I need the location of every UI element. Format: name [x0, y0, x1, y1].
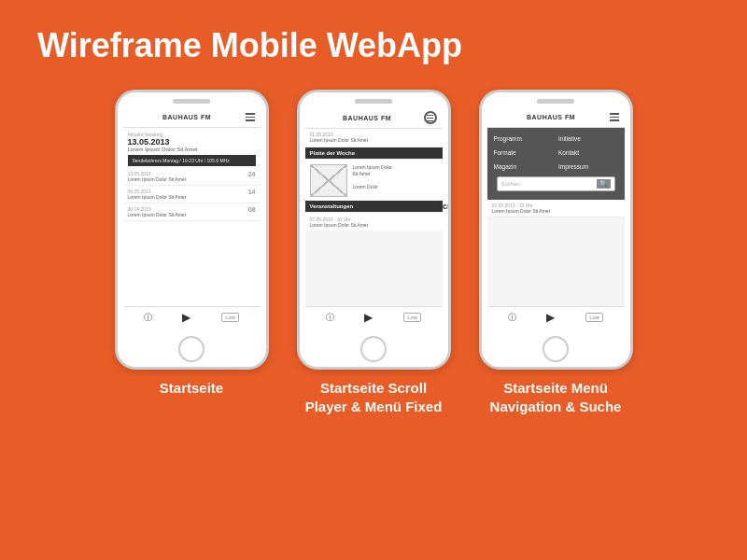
phone1-current-date: 13.05.2013: [128, 137, 256, 147]
phone2-event-item: 07.05.2013 · 10 Uhr Lorem Ipsum Dolor Si…: [305, 214, 443, 231]
phone2-label: Startseite Scroll Player & Menü Fixed: [305, 379, 443, 415]
menu-item-formate[interactable]: Formate: [492, 147, 556, 159]
phone3-menu: Programm Initiative Formate Kontakt Maga…: [487, 128, 625, 200]
scrolldown-label: ScrollDown: [437, 202, 451, 211]
phone2-section-platte: Platte der Woche: [305, 147, 443, 159]
phone2-hamburger-circle[interactable]: [424, 111, 437, 124]
phone2-speaker: [355, 99, 392, 104]
phone1-speaker: [173, 99, 210, 104]
page-title: Wireframe Mobile WebApp: [0, 0, 747, 80]
phone3-screen: BAUHAUS FM Programm Initiative Formate K…: [487, 107, 625, 328]
phone2-screen: BAUHAUS FM 01.05.2013 Lorem Ipsum Dolor …: [305, 107, 443, 328]
phone2-news-item: 01.05.2013 Lorem Ipsum Dolor Sit Amet: [305, 129, 443, 146]
phone3-home-button[interactable]: [543, 336, 569, 362]
phone2-image-block: Lorem Ipsum DolorSit AmetLorem Dolor: [305, 161, 443, 201]
phone3-spacer: [487, 217, 625, 306]
phone2-placeholder-image: [310, 164, 347, 197]
list-item: 30.04.2013Lorem Ipsum Dolor Sit Amet 08: [123, 203, 261, 221]
phone1-low-button[interactable]: Low: [221, 313, 239, 322]
phone2-home-button[interactable]: [360, 336, 387, 362]
phone1-label: Startseite: [160, 379, 223, 398]
phone3-low-button[interactable]: Low: [585, 313, 603, 322]
phone1: BAUHAUS FM Aktuele Sendung 13.05.2013 Lo…: [115, 90, 269, 370]
phone3-header: BAUHAUS FM: [487, 107, 625, 128]
phone1-screen: BAUHAUS FM Aktuele Sendung 13.05.2013 Lo…: [123, 107, 261, 328]
phone3-play-button[interactable]: ▶: [546, 311, 555, 324]
phone1-header-title: BAUHAUS FM: [162, 114, 211, 120]
menu-item-programm[interactable]: Programm: [492, 133, 556, 145]
phone1-sendung-bar: Sendebohrers Montag / 19-23 Uhr / 105.6 …: [128, 155, 256, 166]
phone3-info-icon[interactable]: ⓘ: [508, 312, 516, 324]
menu-item-impressum[interactable]: Impressum: [557, 161, 620, 173]
phone2: BAUHAUS FM 01.05.2013 Lorem Ipsum Dolor …: [297, 90, 451, 370]
scrolldown-arrow: ScrollDown: [437, 202, 451, 258]
phone1-play-button[interactable]: ▶: [182, 311, 190, 324]
phone2-header-title: BAUHAUS FM: [343, 115, 391, 121]
phone2-wrapper: BAUHAUS FM 01.05.2013 Lorem Ipsum Dolor …: [297, 90, 451, 415]
menu-item-magazin[interactable]: Magazin: [492, 161, 556, 173]
phone3-menu-grid: Programm Initiative Formate Kontakt Maga…: [492, 133, 620, 173]
list-item: 13.05.2013Lorem Ipsum Dolor Sit Amet 24: [123, 168, 261, 186]
phone2-player-bar: ⓘ ▶ Low: [305, 306, 443, 328]
menu-item-kontakt[interactable]: Kontakt: [557, 147, 620, 159]
phone3-wrapper: BAUHAUS FM Programm Initiative Formate K…: [479, 90, 633, 415]
menu-item-initiative[interactable]: Initiative: [557, 133, 620, 145]
phone3-search-button[interactable]: 🔍: [597, 179, 611, 189]
phone3-news-item: 07.05.2013 · 10 Uhr Lorem Ipsum Dolor Si…: [487, 200, 625, 217]
phones-container: BAUHAUS FM Aktuele Sendung 13.05.2013 Lo…: [0, 90, 747, 415]
phone3-label: Startseite Menü Navigation & Suche: [490, 379, 622, 415]
phone3-search-bar: Suchen 🔍: [497, 176, 615, 191]
phone1-hamburger-icon[interactable]: [246, 113, 255, 121]
phone1-info-icon[interactable]: ⓘ: [144, 312, 152, 324]
phone2-low-button[interactable]: Low: [403, 313, 421, 322]
phone1-header: BAUHAUS FM: [123, 107, 261, 128]
phone2-info-icon[interactable]: ⓘ: [326, 312, 334, 324]
phone1-current-section: Aktuele Sendung 13.05.2013 Lorem Ipsum D…: [123, 128, 261, 168]
phone3-player-bar: ⓘ ▶ Low: [487, 306, 625, 328]
phone3-header-title: BAUHAUS FM: [527, 114, 575, 120]
phone2-header: BAUHAUS FM: [305, 107, 443, 129]
phone1-home-button[interactable]: [178, 336, 204, 362]
phone2-section-events: Veranstaltungen: [305, 201, 443, 212]
phone3-speaker: [537, 99, 574, 104]
phone1-list: 13.05.2013Lorem Ipsum Dolor Sit Amet 24 …: [123, 168, 261, 306]
phone2-content: 01.05.2013 Lorem Ipsum Dolor Sit Amet Pl…: [305, 129, 443, 306]
phone1-current-text: Lorem Ipsum Dolor Sit Amet: [128, 147, 256, 152]
phone2-play-button[interactable]: ▶: [364, 311, 373, 324]
phone1-wrapper: BAUHAUS FM Aktuele Sendung 13.05.2013 Lo…: [115, 90, 269, 398]
phone1-player-bar: ⓘ ▶ Low: [123, 306, 261, 328]
phone3: BAUHAUS FM Programm Initiative Formate K…: [479, 90, 633, 370]
list-item: 06.05.2013Lorem Ipsum Dolor Sit Amet 14: [123, 186, 261, 203]
phone3-search-text: Suchen: [501, 181, 597, 187]
phone3-hamburger-icon[interactable]: [610, 113, 619, 121]
